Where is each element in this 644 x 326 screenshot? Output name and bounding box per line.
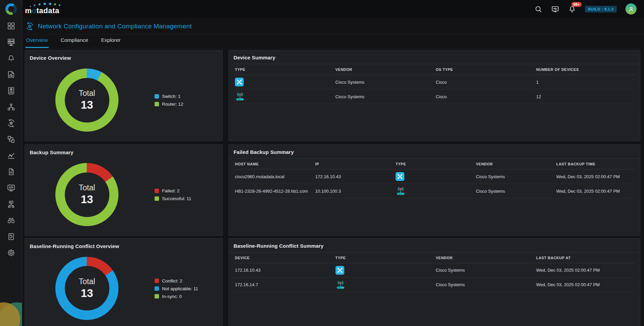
donut-center-value: 13 <box>81 193 93 206</box>
tab-bar: Overview Compliance Explorer <box>22 34 644 48</box>
table-cell <box>334 263 435 277</box>
legend-item[interactable]: In-sync: 0 <box>155 294 198 299</box>
alerts-bell-icon[interactable] <box>7 54 16 63</box>
table-cell: cisco2960.motadata.local <box>234 169 314 184</box>
notifications-bell-icon[interactable]: 99+ <box>568 5 576 13</box>
column-header[interactable]: LAST BACKUP TIME <box>555 159 635 169</box>
column-header[interactable]: IP <box>314 159 394 169</box>
table-cell: HB1-2328-26-4992-4512-28.hb1.com <box>234 184 314 198</box>
router-icon <box>336 280 346 290</box>
sidebar <box>0 0 22 326</box>
column-header[interactable]: TYPE <box>334 252 435 263</box>
column-header[interactable]: OS TYPE <box>434 64 535 75</box>
card-title: Device Overview <box>30 55 71 61</box>
failed-backup-summary-table: HOST NAMEIPTYPEVENDORLAST BACKUP TIMEcis… <box>234 159 635 198</box>
integrations-icon[interactable] <box>7 135 16 144</box>
column-header[interactable]: LAST BACKUP AT <box>535 252 636 263</box>
card-title: Baseline-Running Conflict Overview <box>30 243 119 249</box>
baseline-conflict-donut-chart[interactable]: Total 13 <box>55 257 118 320</box>
legend-item[interactable]: Switch: 1 <box>155 94 183 99</box>
donut-center-value: 13 <box>81 99 93 111</box>
legend-item[interactable]: Successful: 11 <box>155 196 191 201</box>
legend-swatch <box>155 196 159 201</box>
table-cell <box>394 169 475 184</box>
user-avatar[interactable] <box>625 3 637 15</box>
column-header[interactable]: HOST NAME <box>234 159 314 169</box>
monitor-pulse-icon[interactable] <box>551 5 559 13</box>
table-row[interactable]: cisco2960.motadata.local172.16.10.43Cisc… <box>234 169 635 184</box>
baseline-conflict-summary-card: Baseline-Running Conflict Summary DEVICE… <box>229 238 640 326</box>
reports-icon[interactable] <box>7 167 16 176</box>
audit-icon[interactable] <box>7 232 16 241</box>
legend-label: Conflict: 2 <box>162 278 182 283</box>
router-icon <box>235 92 245 101</box>
metrics-trend-icon[interactable] <box>7 151 16 160</box>
app-root: motadata 99+ BUILD : 8.1.3 <box>0 0 644 326</box>
file-history-icon[interactable] <box>7 70 16 79</box>
table-cell: Wed, Dec 03, 2025 02:00:47 PM <box>535 277 636 292</box>
table-cell: Cisco Systems <box>334 89 435 104</box>
topology-icon[interactable] <box>7 103 16 111</box>
column-header[interactable]: TYPE <box>234 64 334 75</box>
column-header[interactable]: VENDOR <box>334 64 435 75</box>
card-title: Backup Summary <box>30 150 74 155</box>
brand-logo: motadata <box>25 3 59 15</box>
device-overview-card: Device Overview Total 13 Switch: 1Router… <box>25 50 223 141</box>
table-cell <box>394 184 475 198</box>
table-row[interactable]: Cisco SystemsCisco12 <box>234 89 635 104</box>
device-overview-donut-chart[interactable]: Total 13 <box>55 69 118 132</box>
donut-center-label: Total <box>79 277 95 286</box>
switch-icon <box>396 172 404 181</box>
topbar: motadata 99+ BUILD : 8.1.3 <box>22 0 644 18</box>
failed-backup-summary-card: Failed Backup Summary HOST NAMEIPTYPEVEN… <box>229 144 640 236</box>
table-row[interactable]: HB1-2328-26-4992-4512-28.hb1.com10.100.1… <box>234 184 635 198</box>
column-header[interactable]: NUMBER OF DEVICES <box>535 64 636 75</box>
router-icon <box>396 186 406 196</box>
dashboard-content: Device Overview Total 13 Switch: 1Router… <box>22 48 644 326</box>
device-summary-card: Device Summary TYPEVENDOROS TYPENUMBER O… <box>229 50 640 141</box>
table-cell: Cisco Systems <box>475 169 555 184</box>
table-cell <box>334 277 435 292</box>
table-cell: 172.16.10.43 <box>234 263 334 277</box>
column-header[interactable]: VENDOR <box>434 252 535 263</box>
settings-icon[interactable] <box>7 248 16 257</box>
backup-summary-donut-chart[interactable]: Total 13 <box>55 163 118 226</box>
column-header[interactable]: DEVICE <box>234 252 334 263</box>
dashboard-icon[interactable] <box>7 22 16 30</box>
legend-swatch <box>155 94 159 99</box>
legend-item[interactable]: Conflict: 2 <box>155 278 198 283</box>
ncm-icon[interactable] <box>7 119 16 128</box>
table-row[interactable]: Cisco SystemsCisco1 <box>234 75 635 89</box>
log-report-icon[interactable] <box>7 86 16 95</box>
column-header[interactable]: TYPE <box>394 159 475 169</box>
legend-swatch <box>155 189 159 193</box>
runbook-code-icon[interactable] <box>7 184 16 192</box>
legend-item[interactable]: Router: 12 <box>155 102 183 107</box>
page-header: Network Configuration and Compliance Man… <box>22 18 644 34</box>
motadata-logo-icon[interactable] <box>5 3 17 15</box>
column-header[interactable]: VENDOR <box>475 159 555 169</box>
table-cell: 12 <box>535 89 636 104</box>
network-devices-icon[interactable] <box>7 200 16 209</box>
legend-label: Switch: 1 <box>162 94 181 99</box>
tab-explorer[interactable]: Explorer <box>100 37 121 48</box>
brand-dots-icon <box>30 3 67 7</box>
chart-legend: Conflict: 2Not applicable: 11In-sync: 0 <box>155 275 198 301</box>
donut-center-label: Total <box>79 183 95 192</box>
discovery-icon[interactable] <box>7 216 16 225</box>
legend-item[interactable]: Failed: 2 <box>155 188 191 193</box>
legend-item[interactable]: Not applicable: 11 <box>155 286 198 291</box>
table-cell: Cisco <box>434 75 535 89</box>
infrastructure-icon[interactable] <box>7 38 16 47</box>
page-title: Network Configuration and Compliance Man… <box>38 23 192 30</box>
table-cell: Cisco Systems <box>434 263 535 277</box>
baseline-conflict-overview-card: Baseline-Running Conflict Overview Total… <box>25 238 223 326</box>
table-cell: Cisco Systems <box>334 75 435 89</box>
tab-compliance[interactable]: Compliance <box>60 37 89 48</box>
search-icon[interactable] <box>534 5 542 13</box>
legend-swatch <box>155 286 159 291</box>
table-row[interactable]: 172.16.10.43Cisco SystemsWed, Dec 03, 20… <box>234 263 635 277</box>
legend-swatch <box>155 278 159 283</box>
table-row[interactable]: 172.16.14.7Cisco SystemsWed, Dec 03, 202… <box>234 277 635 292</box>
tab-overview[interactable]: Overview <box>25 37 49 48</box>
